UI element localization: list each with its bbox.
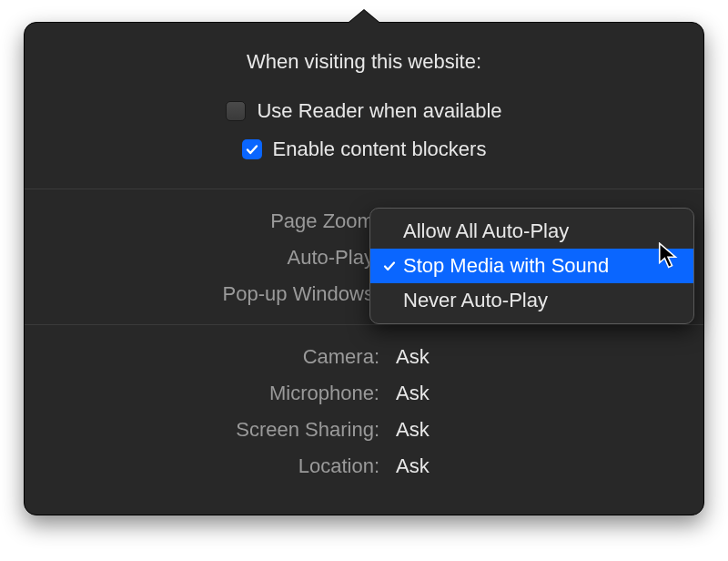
microphone-label: Microphone: <box>25 382 379 405</box>
screen-sharing-value[interactable]: Ask <box>396 418 703 442</box>
reader-checkbox-row[interactable]: Use Reader when available <box>226 99 501 123</box>
auto-play-label: Auto-Play: <box>25 246 379 270</box>
autoplay-option-allow-all[interactable]: Allow All Auto-Play <box>370 214 693 249</box>
content-blockers-checkbox-label: Enable content blockers <box>273 138 487 161</box>
popover-arrow <box>348 10 380 24</box>
autoplay-option-label: Stop Media with Sound <box>403 254 609 278</box>
autoplay-option-label: Never Auto-Play <box>403 289 548 312</box>
camera-label: Camera: <box>25 345 379 369</box>
section-general: When visiting this website: Use Reader w… <box>25 23 703 189</box>
autoplay-option-never[interactable]: Never Auto-Play <box>370 283 693 318</box>
reader-checkbox-label: Use Reader when available <box>257 99 501 123</box>
camera-value[interactable]: Ask <box>396 345 703 369</box>
location-value[interactable]: Ask <box>396 454 703 478</box>
microphone-value[interactable]: Ask <box>396 382 703 405</box>
page-zoom-label: Page Zoom: <box>25 209 379 233</box>
content-blockers-checkbox-row[interactable]: Enable content blockers <box>242 138 487 161</box>
auto-play-dropdown[interactable]: Allow All Auto-Play Stop Media with Soun… <box>369 208 694 324</box>
website-settings-popover: When visiting this website: Use Reader w… <box>24 22 704 515</box>
section-permissions: Camera: Ask Microphone: Ask Screen Shari… <box>25 325 703 496</box>
screen-sharing-label: Screen Sharing: <box>25 418 379 442</box>
autoplay-option-label: Allow All Auto-Play <box>403 219 569 243</box>
autoplay-option-stop-sound[interactable]: Stop Media with Sound <box>370 249 693 283</box>
popover-heading: When visiting this website: <box>247 50 481 74</box>
check-icon <box>379 259 399 273</box>
checkbox-unchecked-icon <box>226 101 246 121</box>
location-label: Location: <box>25 454 379 478</box>
checkbox-checked-icon <box>242 139 262 159</box>
popup-windows-label: Pop-up Windows: <box>25 282 379 306</box>
